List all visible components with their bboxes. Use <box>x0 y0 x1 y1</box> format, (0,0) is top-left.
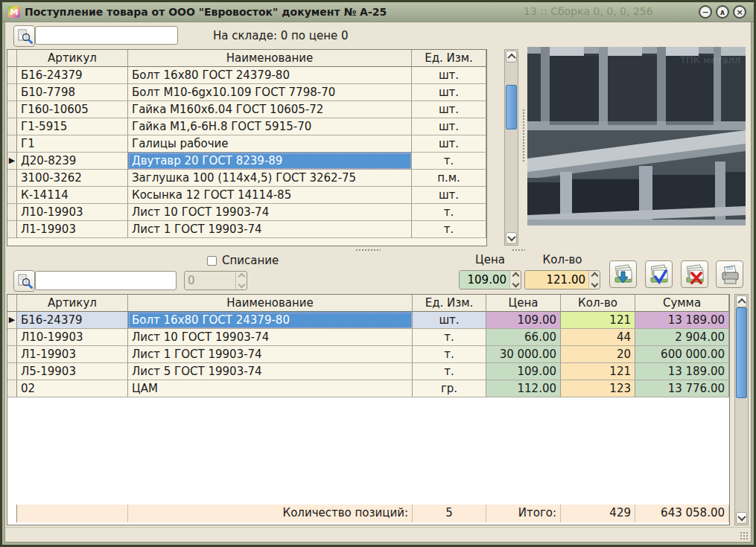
cell-article[interactable]: Л1-19903 <box>17 346 128 363</box>
cell-sum[interactable]: 13 189.00 <box>635 363 729 380</box>
catalog-row[interactable]: Г160-10605 Гайка М160х6.04 ГОСТ 10605-72… <box>7 101 486 118</box>
cell-qty[interactable]: 123 <box>561 380 635 397</box>
minimize-button[interactable]: − <box>699 5 712 19</box>
scroll-down-button[interactable] <box>736 512 747 524</box>
cell-qty[interactable]: 121 <box>561 363 635 380</box>
cell-unit[interactable]: т. <box>413 363 486 380</box>
cell-article[interactable]: Б10-7798 <box>17 84 128 101</box>
horizontal-splitter-handle[interactable] <box>355 248 381 251</box>
cell-sum[interactable]: 2 904.00 <box>635 329 729 346</box>
spinner-buttons[interactable] <box>588 271 600 289</box>
cell-unit[interactable]: шт. <box>412 84 486 101</box>
cell-name[interactable]: Лист 1 ГОСТ 19903-74 <box>128 221 412 238</box>
cell-unit[interactable]: шт. <box>412 118 486 135</box>
cell-name[interactable]: Гайка М160х6.04 ГОСТ 10605-72 <box>128 101 412 118</box>
spinner-buttons[interactable] <box>509 271 521 289</box>
cell-name[interactable]: Косынка 12 ГОСТ 14114-85 <box>128 187 412 204</box>
maximize-button[interactable]: ∧ <box>716 5 729 19</box>
catalog-row[interactable]: Б16-24379 Болт 16х80 ГОСТ 24379-80 шт. <box>7 67 486 84</box>
cell-name-selected[interactable]: Болт 16х80 ГОСТ 24379-80 <box>128 312 413 329</box>
cell-unit[interactable]: гр. <box>413 380 486 397</box>
scrollbar-thumb[interactable] <box>736 307 747 398</box>
cell-article[interactable]: Г1-5915 <box>17 118 128 135</box>
horizontal-splitter-handle[interactable] <box>512 248 525 251</box>
writeoff-checkbox[interactable] <box>207 256 217 266</box>
catalog-row[interactable]: Л1-19903 Лист 1 ГОСТ 19903-74 т. <box>7 221 486 238</box>
cell-unit[interactable]: т. <box>413 346 486 363</box>
cell-article[interactable]: Д20-8239 <box>17 153 128 170</box>
title-bar[interactable]: M 13 :: Сборка 0, 0, 0, 256 Поступление … <box>2 2 754 22</box>
app-icon[interactable]: M <box>8 6 20 18</box>
cell-unit[interactable]: т. <box>412 204 486 221</box>
cell-unit[interactable]: т. <box>412 153 486 170</box>
cell-name[interactable]: Лист 10 ГОСТ 19903-74 <box>128 329 413 346</box>
items-row[interactable]: Л1-19903 Лист 1 ГОСТ 19903-74 т. 30 000.… <box>7 346 729 363</box>
cell-article[interactable]: Л1-19903 <box>17 221 128 238</box>
items-scrollbar[interactable] <box>734 294 749 525</box>
cell-price[interactable]: 66.00 <box>486 329 561 346</box>
cell-unit[interactable]: шт. <box>412 101 486 118</box>
cell-unit[interactable]: шт. <box>412 135 486 153</box>
catalog-row[interactable]: Л10-19903 Лист 10 ГОСТ 19903-74 т. <box>7 204 486 221</box>
cell-sum[interactable]: 600 000.00 <box>635 346 729 363</box>
cell-article[interactable]: Л10-19903 <box>17 204 128 221</box>
catalog-row[interactable]: Б10-7798 Болт М10-6gх10.109 ГОСТ 7798-70… <box>7 84 486 101</box>
scroll-up-button[interactable] <box>506 51 517 63</box>
cell-article[interactable]: Б16-24379 <box>17 312 128 329</box>
delete-item-button[interactable] <box>681 260 708 288</box>
cell-unit[interactable]: шт. <box>412 187 486 204</box>
cell-article[interactable]: Л5-19903 <box>17 363 128 380</box>
cell-article[interactable]: Л10-19903 <box>17 329 128 346</box>
cell-unit[interactable]: шт. <box>413 312 486 329</box>
catalog-row[interactable]: Г1-5915 Гайка М1,6-6Н.8 ГОСТ 5915-70 шт. <box>7 118 486 135</box>
cell-name[interactable]: Заглушка 100 (114х4,5) ГОСТ 3262-75 <box>128 170 412 187</box>
cell-name[interactable]: Лист 1 ГОСТ 19903-74 <box>128 346 413 363</box>
cell-price[interactable]: 30 000.00 <box>486 346 561 363</box>
confirm-item-button[interactable] <box>645 260 673 288</box>
cell-price[interactable]: 109.00 <box>486 312 561 329</box>
catalog-row[interactable]: 3100-3262 Заглушка 100 (114х4,5) ГОСТ 32… <box>7 170 486 187</box>
cell-price[interactable]: 112.00 <box>486 380 561 397</box>
print-button[interactable] <box>716 260 743 288</box>
quantity-spin-field[interactable] <box>524 270 600 290</box>
items-search-button[interactable] <box>13 270 35 292</box>
cell-article[interactable]: Г1 <box>17 135 128 153</box>
cell-price[interactable]: 109.00 <box>486 363 561 380</box>
catalog-row-selected[interactable]: ▶ Д20-8239 Двутавр 20 ГОСТ 8239-89 т. <box>7 153 486 170</box>
cell-qty[interactable]: 44 <box>561 329 635 346</box>
cell-name[interactable]: Гайка М1,6-6Н.8 ГОСТ 5915-70 <box>128 118 412 135</box>
close-button[interactable]: × <box>733 5 746 19</box>
cell-article[interactable]: Б16-24379 <box>17 67 128 84</box>
price-input[interactable] <box>460 271 509 289</box>
cell-unit[interactable]: т. <box>413 329 486 346</box>
vertical-splitter-handle[interactable] <box>522 109 525 162</box>
cell-name[interactable]: Лист 5 ГОСТ 19903-74 <box>128 363 413 380</box>
cell-sum[interactable]: 13 776.00 <box>635 380 729 397</box>
cell-article[interactable]: 3100-3262 <box>17 170 128 187</box>
items-row-selected[interactable]: ▶ Б16-24379 Болт 16х80 ГОСТ 24379-80 шт.… <box>7 312 729 329</box>
resize-grip[interactable] <box>740 531 749 540</box>
cell-qty[interactable]: 20 <box>561 346 635 363</box>
items-row[interactable]: 02 ЦАМ гр. 112.00 123 13 776.00 <box>7 380 729 397</box>
cell-unit[interactable]: шт. <box>412 67 486 84</box>
price-spin-field[interactable] <box>459 270 521 290</box>
cell-name[interactable]: Галицы рабочие <box>128 135 412 153</box>
items-search-input[interactable] <box>35 271 177 290</box>
cell-sum[interactable]: 13 189.00 <box>635 312 729 329</box>
quantity-input[interactable] <box>525 271 588 289</box>
cell-name-selected[interactable]: Двутавр 20 ГОСТ 8239-89 <box>128 153 412 170</box>
scrollbar-thumb[interactable] <box>506 85 517 129</box>
cell-name[interactable]: Болт М10-6gх10.109 ГОСТ 7798-70 <box>128 84 412 101</box>
catalog-scrollbar[interactable] <box>504 49 518 246</box>
catalog-search-input[interactable] <box>35 26 178 45</box>
catalog-row[interactable]: Г1 Галицы рабочие шт. <box>7 135 486 153</box>
cell-name[interactable]: Болт 16х80 ГОСТ 24379-80 <box>128 67 412 84</box>
items-row[interactable]: Л10-19903 Лист 10 ГОСТ 19903-74 т. 66.00… <box>7 329 729 346</box>
items-row[interactable]: Л5-19903 Лист 5 ГОСТ 19903-74 т. 109.00 … <box>7 363 729 380</box>
scroll-up-button[interactable] <box>736 295 747 307</box>
cell-unit[interactable]: п.м. <box>412 170 486 187</box>
cell-article[interactable]: 02 <box>17 380 128 397</box>
cell-article[interactable]: К-14114 <box>17 187 128 204</box>
cell-article[interactable]: Г160-10605 <box>17 101 128 118</box>
cell-name[interactable]: ЦАМ <box>128 380 413 397</box>
